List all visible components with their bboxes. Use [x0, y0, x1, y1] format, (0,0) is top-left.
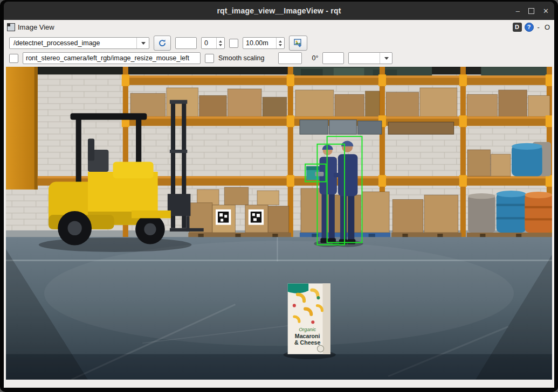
plugin-titlebar: Image View D ? - O: [4, 20, 554, 34]
dock-badge[interactable]: D: [513, 23, 522, 32]
minimize-icon[interactable]: –: [516, 8, 520, 15]
zoom-display-box[interactable]: [175, 37, 197, 49]
spin-arrows[interactable]: [216, 38, 224, 48]
save-image-button[interactable]: [289, 36, 307, 51]
plugin-title: Image View: [18, 23, 54, 31]
chevron-down-icon: [380, 53, 390, 64]
product-name-line2: & Cheese: [294, 339, 320, 346]
mouse-topic-value: ront_stereo_camera/left_rgb/image_resize…: [26, 54, 189, 62]
product-box: Organic Macaroni & Cheese: [284, 283, 336, 359]
window-title: rqt_image_view__ImageView - rqt: [4, 6, 554, 15]
help-icon[interactable]: ?: [525, 23, 534, 32]
warehouse-scene: Organic Macaroni & Cheese: [6, 67, 552, 380]
number-spinbox-value: 0: [202, 39, 216, 47]
max-range-spinbox[interactable]: 10.00m: [243, 37, 285, 49]
rotation-dropdown[interactable]: [348, 52, 392, 64]
plugin-minimize-icon[interactable]: -: [536, 23, 541, 31]
refresh-icon: [157, 38, 167, 48]
status-bar: [4, 380, 554, 388]
refresh-topics-button[interactable]: [154, 36, 171, 51]
product-brand-text: Organic: [299, 327, 316, 332]
mouse-topic-field[interactable]: ront_stereo_camera/left_rgb/image_resize…: [23, 52, 201, 64]
image-view-icon: [7, 23, 15, 31]
ground-barrels: [468, 191, 552, 233]
toolbar-row-1: /detectnet_processed_image 0 10.00m: [4, 34, 554, 52]
dynamic-range-checkbox[interactable]: [229, 39, 238, 48]
product-name-line1: Macaroni: [295, 333, 320, 339]
save-image-icon: [293, 38, 303, 48]
smooth-scaling-checkbox[interactable]: [205, 54, 214, 63]
chevron-down-icon: [136, 38, 147, 48]
number-spinbox[interactable]: 0: [201, 37, 225, 49]
rotation-label: 0°: [312, 54, 318, 62]
window-frame: rqt_image_view__ImageView - rqt – ✕ Imag…: [0, 0, 558, 392]
titlebar[interactable]: rqt_image_view__ImageView - rqt – ✕: [4, 2, 554, 20]
close-icon[interactable]: ✕: [543, 8, 549, 15]
topic-dropdown[interactable]: /detectnet_processed_image: [9, 37, 149, 49]
window-body: Image View D ? - O /detectnet_processed_…: [4, 20, 554, 388]
plugin-undock-icon[interactable]: O: [543, 23, 551, 31]
orange-side-wall: [6, 67, 38, 190]
mouse-publish-checkbox[interactable]: [9, 54, 18, 63]
maximize-icon[interactable]: [528, 8, 534, 14]
toolbar-row-2: ront_stereo_camera/left_rgb/image_resize…: [4, 52, 554, 66]
camera-image-view[interactable]: Organic Macaroni & Cheese: [6, 67, 552, 380]
smooth-scaling-label: Smooth scaling: [218, 54, 264, 62]
empty-box-2[interactable]: [322, 52, 344, 64]
topic-dropdown-value: /detectnet_processed_image: [13, 39, 100, 47]
empty-box-1[interactable]: [278, 52, 302, 64]
warehouse-floor: [6, 237, 552, 380]
max-range-value: 10.00m: [243, 39, 276, 47]
spin-arrows[interactable]: [276, 38, 284, 48]
